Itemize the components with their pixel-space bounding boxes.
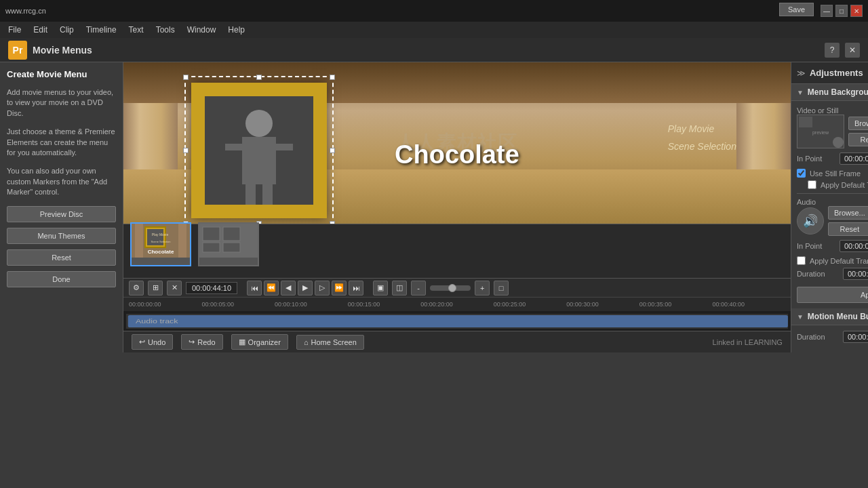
close-panel-button[interactable]: ✕	[845, 43, 860, 58]
handle-middle-right[interactable]	[330, 148, 335, 153]
ruler-mark-5: 00:00:25:00	[494, 301, 526, 308]
ruler-mark-3: 00:00:15:00	[348, 301, 380, 308]
motion-duration-value: 00:00:05:00	[843, 331, 868, 343]
menu-timeline[interactable]: Timeline	[81, 24, 122, 36]
left-panel-title: Create Movie Menu	[7, 69, 116, 79]
audio-in-point-row: In Point 00:00:06:02000 ▶	[797, 240, 868, 252]
ruler-mark-2: 00:00:10:00	[275, 301, 307, 308]
go-to-start-button[interactable]: ⏮	[247, 281, 262, 296]
selection-box[interactable]	[184, 76, 334, 224]
save-button[interactable]: Save	[779, 3, 814, 16]
audio-browse-button[interactable]: Browse...	[828, 206, 868, 220]
use-still-frame-checkbox[interactable]	[797, 169, 806, 178]
ruler-mark-6: 00:00:30:00	[566, 301, 599, 308]
menu-tools[interactable]: Tools	[151, 24, 180, 36]
go-to-end-button[interactable]: ⏭	[349, 281, 363, 296]
fit-button[interactable]: □	[494, 281, 509, 296]
maximize-button[interactable]: □	[835, 5, 848, 17]
undo-icon: ↩	[139, 338, 145, 346]
adjustments-content: ▼ Menu Background Video or Still preview	[791, 84, 868, 352]
timeline-area: ⚙ ⊞ ✕ 00:00:44:10 ⏮ ⏪ ◀ ▶ ▷ ⏩ ⏭ ▣ ◫ -	[123, 278, 791, 331]
home-icon: ⌂	[304, 338, 309, 346]
zoom-in-button[interactable]: +	[475, 281, 490, 296]
app-title: Movie Menus	[33, 45, 92, 56]
preview-canvas[interactable]: Play Movie Scene Selection Chocolate 人人素…	[123, 62, 791, 224]
step-back-button[interactable]: ⏪	[264, 281, 279, 296]
handle-top-middle[interactable]	[256, 75, 262, 80]
reset-button[interactable]: Reset	[7, 249, 116, 266]
help-button[interactable]: ?	[825, 43, 840, 58]
audio-in-point-value: 00:00:06:02000	[840, 240, 868, 252]
svg-text:Play Movie: Play Movie	[152, 232, 169, 237]
menu-file[interactable]: File	[3, 24, 26, 36]
expand-icon[interactable]: ≫	[797, 68, 806, 78]
timeline-settings-button[interactable]: ⚙	[129, 281, 144, 296]
redo-button[interactable]: ↪ Redo	[181, 334, 222, 350]
motion-menu-buttons-section-header[interactable]: ▼ Motion Menu Buttons	[791, 308, 868, 325]
zoom-slider[interactable]	[430, 285, 471, 291]
left-panel-desc1: Add movie menus to your video, to view y…	[7, 87, 116, 119]
handle-top-right[interactable]	[330, 75, 335, 80]
duration-label: Duration	[797, 270, 837, 278]
play-pause-button[interactable]: ▶	[298, 281, 313, 296]
svg-rect-17	[223, 227, 240, 241]
zoom-out-button[interactable]: -	[411, 281, 426, 296]
thumb-inner-2	[199, 224, 258, 258]
video-reset-button[interactable]: Reset	[848, 133, 868, 146]
right-panel: ≫ Adjustments FIX ▼ Menu Background Vide…	[791, 62, 868, 352]
menu-window[interactable]: Window	[182, 24, 222, 36]
motion-menu-chevron: ▼	[797, 313, 804, 321]
handle-bottom-right[interactable]	[330, 221, 335, 224]
organizer-button[interactable]: ▦ Organizer	[231, 334, 288, 350]
thumbnail-strip: Play Movie Scene Selection Chocolate Mai…	[123, 224, 791, 278]
duration-value: 00:00:03:18	[843, 268, 868, 280]
video-browse-button[interactable]: Browse...	[848, 117, 868, 130]
timeline-delete-button[interactable]: ✕	[167, 281, 182, 296]
svg-text:Chocolate: Chocolate	[148, 249, 174, 255]
handle-top-left[interactable]	[183, 75, 189, 80]
timeline-split-button[interactable]: ⊞	[148, 281, 163, 296]
menu-help[interactable]: Help	[222, 24, 250, 36]
home-screen-button[interactable]: ⌂ Home Screen	[296, 335, 364, 350]
minimize-button[interactable]: —	[821, 5, 833, 17]
svg-text:Audio track: Audio track	[136, 318, 178, 325]
menu-edit[interactable]: Edit	[28, 24, 53, 36]
app-name-label: www.rrcg.cn	[5, 7, 46, 15]
svg-rect-24	[799, 117, 812, 127]
apply-default-transition-checkbox[interactable]	[808, 180, 816, 189]
rewind-button[interactable]: ◀	[281, 281, 296, 296]
audio-reset-button[interactable]: Reset	[828, 222, 868, 236]
close-button[interactable]: ✕	[850, 5, 863, 17]
apply-to-all-menus-button[interactable]: Apply to all Menus	[797, 287, 868, 303]
title-bar-left: www.rrcg.cn	[5, 7, 46, 15]
add-marker-button[interactable]: ▣	[373, 281, 388, 296]
audio-apply-default-transition-label: Apply Default Transition before loop	[810, 257, 868, 265]
menu-themes-button[interactable]: Menu Themes	[7, 228, 116, 244]
menu-clip[interactable]: Clip	[54, 24, 79, 36]
audio-apply-default-transition-checkbox[interactable]	[797, 256, 806, 265]
undo-button[interactable]: ↩ Undo	[132, 334, 173, 350]
done-button[interactable]: Done	[7, 271, 116, 287]
motion-duration-label: Duration	[797, 333, 837, 341]
thumbnail-main-menu[interactable]: Play Movie Scene Selection Chocolate Mai…	[130, 222, 191, 266]
step-forward-button[interactable]: ▷	[315, 281, 330, 296]
ruler-mark-1: 00:00:05:00	[202, 301, 235, 308]
ruler-mark-4: 00:00:20:00	[420, 301, 453, 308]
app-logo: Pr	[8, 41, 27, 60]
video-still-row: preview Browse... Reset	[797, 115, 868, 148]
menu-text[interactable]: Text	[123, 24, 149, 36]
right-panel-header: ≫ Adjustments FIX	[791, 62, 868, 84]
app-header: Pr Movie Menus ? ✕	[0, 38, 868, 62]
thumbnail-scenes-menu[interactable]: Scenes Menu 1	[198, 222, 259, 266]
fast-forward-button[interactable]: ⏩	[332, 281, 347, 296]
handle-middle-left[interactable]	[183, 148, 189, 153]
add-chapter-button[interactable]: ◫	[392, 281, 407, 296]
ruler-mark-8: 00:00:40:00	[712, 301, 745, 308]
motion-menu-buttons-content: Duration 00:00:05:00	[791, 325, 868, 352]
svg-rect-19	[223, 243, 240, 252]
svg-rect-16	[203, 227, 220, 241]
menu-background-section-header[interactable]: ▼ Menu Background	[791, 84, 868, 101]
preview-disc-button[interactable]: Preview Disc	[7, 206, 116, 222]
timeline-ruler: 00:00:00:00 00:00:05:00 00:00:10:00 00:0…	[123, 298, 791, 311]
timeline-time-display: 00:00:44:10	[186, 282, 237, 294]
